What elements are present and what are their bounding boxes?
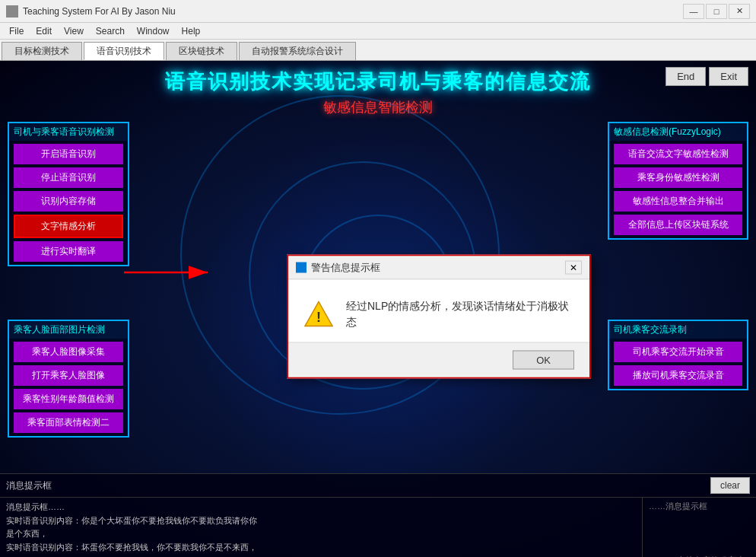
dialog-close-button[interactable]: ✕ — [565, 261, 582, 275]
tab-speech-recognition[interactable]: 语音识别技术 — [84, 42, 164, 60]
close-button[interactable]: ✕ — [729, 4, 750, 19]
main-content: 语音识别技术实现记录司机与乘客的信息交流 敏感信息智能检测 End Exit 司… — [0, 61, 756, 557]
alert-dialog: 警告信息提示框 ✕ ! 经过NLP的情感分析，发现谈话情绪处于消极状态 OK — [287, 255, 591, 379]
warning-icon: ! — [303, 299, 334, 329]
tab-blockchain[interactable]: 区块链技术 — [166, 42, 237, 60]
menu-bar: File Edit View Search Window Help — [0, 23, 756, 40]
dialog-title-bar: 警告信息提示框 ✕ — [288, 256, 589, 280]
title-bar: Teaching System For AI By Jason Niu — □ … — [0, 0, 756, 23]
dialog-message: 经过NLP的情感分析，发现谈话情绪处于消极状态 — [346, 298, 574, 330]
modal-overlay: 警告信息提示框 ✕ ! 经过NLP的情感分析，发现谈话情绪处于消极状态 OK — [0, 61, 756, 557]
minimize-button[interactable]: — — [683, 4, 704, 19]
menu-search[interactable]: Search — [90, 24, 131, 38]
menu-window[interactable]: Window — [131, 24, 176, 38]
menu-help[interactable]: Help — [176, 24, 207, 38]
maximize-button[interactable]: □ — [706, 4, 727, 19]
dialog-title: 警告信息提示框 — [311, 261, 565, 275]
svg-text:!: ! — [316, 310, 321, 325]
menu-edit[interactable]: Edit — [30, 24, 58, 38]
ok-button[interactable]: OK — [513, 351, 574, 370]
app-icon — [6, 5, 18, 18]
window-controls: — □ ✕ — [683, 4, 750, 19]
window-title: Teaching System For AI By Jason Niu — [23, 6, 683, 17]
dialog-footer: OK — [288, 342, 589, 377]
menu-view[interactable]: View — [58, 24, 90, 38]
menu-file[interactable]: File — [3, 24, 30, 38]
dialog-icon — [296, 263, 307, 273]
tab-auto-alarm[interactable]: 自动报警系统综合设计 — [239, 42, 356, 60]
tab-target-detection[interactable]: 目标检测技术 — [2, 42, 82, 60]
tab-bar: 目标检测技术 语音识别技术 区块链技术 自动报警系统综合设计 — [0, 40, 756, 61]
dialog-body: ! 经过NLP的情感分析，发现谈话情绪处于消极状态 — [288, 280, 589, 342]
